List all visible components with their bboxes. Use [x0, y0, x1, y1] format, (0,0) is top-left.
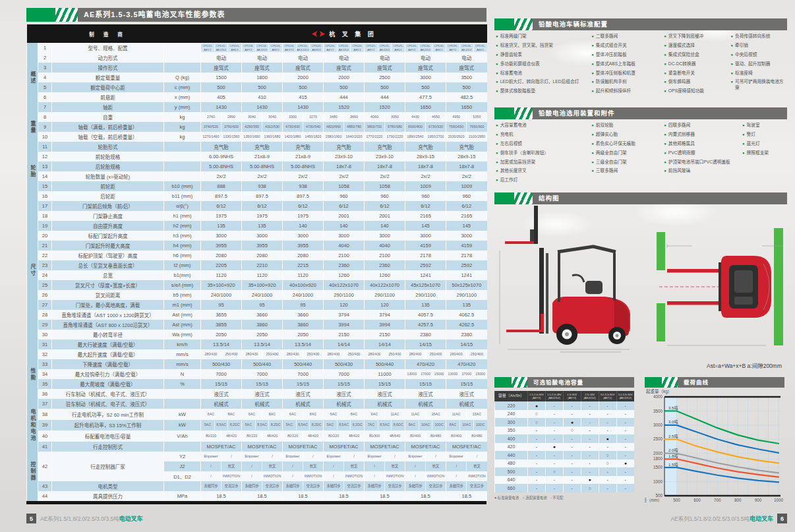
sub-value: 4430 — [405, 112, 425, 122]
sub-value: 6AC — [365, 409, 384, 419]
spec-value-cell: 80/30048/640 — [365, 430, 405, 442]
split-values: /INMOTION — [365, 471, 405, 481]
battery-capacity-value: 640 — [495, 476, 528, 485]
battery-availability: - — [528, 459, 546, 468]
spec-value-cell: 1241 — [446, 270, 487, 280]
spec-value-cell: 2001 — [324, 211, 365, 221]
spec-value-cell: 2380 — [405, 330, 446, 340]
spec-value-cell: 2x/2 — [201, 171, 242, 181]
battery-row: 640---●-- — [495, 476, 635, 485]
spec-value-cell: 2592 — [446, 260, 487, 270]
sub-value: 5AC — [324, 420, 337, 430]
sub-value: 6730/920 — [425, 122, 446, 132]
sub-value: Enpower — [365, 452, 384, 461]
spec-value-cell: MOSFET/AC — [201, 442, 242, 452]
spec-value-cell: 2x/2 — [283, 171, 324, 181]
model-line2: AEJ2D2 — [378, 48, 392, 51]
row-unit: km/h — [164, 340, 201, 349]
split-values: 280/430250/430 — [324, 349, 364, 359]
spec-value-cell: 500/440 — [283, 359, 324, 369]
section-label: 概述 — [27, 71, 38, 84]
battery-availability: ○ — [599, 451, 616, 459]
spec-value-cell: 500 — [242, 82, 283, 92]
sub-value: 4820/660 — [324, 122, 343, 132]
battery-header-row: 容量（Ah/5h）1.5-2.0t 80V (AEY2)1.5-2.0t 48V… — [495, 391, 635, 401]
spec-table-title: AE系列1.5-3.5吨蓄电池叉车性能参数表 — [78, 8, 486, 22]
spec-value-cell: 960 — [324, 191, 365, 201]
model-group-cell: CPD18-AEY2CPD18-AEJ2D2CPD18-AED1 — [242, 43, 283, 53]
row-number: 38 — [38, 409, 52, 420]
spec-value-cell: 290/1100 — [324, 290, 365, 300]
sub-value: 永磁同步 — [446, 481, 466, 491]
model-name: CPD18-AEJ2D2 — [256, 44, 269, 52]
spec-value-cell: 2500 — [365, 73, 405, 82]
row-unit — [164, 389, 201, 399]
options-title-bar: 铅酸电池选用装置和附件 — [494, 107, 787, 119]
spec-value-cell: 28x9-15 — [446, 152, 487, 162]
spec-value-cell: 135 — [405, 300, 446, 310]
std-config-list: ●标准两级门架●标准货叉、货叉架、挡货架●静音齿轮泵●多功能彩屏组合仪表●标准蓄… — [496, 34, 786, 98]
sub-value: 1270/1490 — [201, 132, 221, 142]
spec-value-cell: 电动 — [283, 53, 324, 63]
feature-label: 倒车蜂鸣器 — [668, 79, 690, 84]
sub-value: INMOTION — [466, 471, 486, 481]
row-number: 23 — [38, 260, 52, 270]
split-values: 5AC8,5AC8,2DC — [242, 420, 282, 431]
feature-label: 驱动、起升控制器 — [735, 61, 771, 67]
spec-value-cell: 897.5 — [242, 191, 283, 201]
bullet-icon: ● — [664, 160, 666, 165]
row-number: 37 — [38, 399, 52, 409]
spec-row: 20标配门架起升高度h3 (mm)30003000300030003000300… — [27, 231, 487, 241]
battery-title: 可选铅酸电池容量 — [527, 377, 634, 388]
sub-value: 11AC — [446, 409, 466, 419]
spec-value-cell: 6/12 — [242, 201, 283, 211]
battery-availability: ● — [616, 459, 634, 468]
page-number: 6 — [777, 514, 787, 523]
split-values: /杭叉 — [201, 461, 241, 471]
bullet-icon: ● — [730, 79, 733, 84]
sub-value: 3740/520 — [201, 122, 221, 132]
row-unit: J2 — [164, 461, 201, 471]
spec-row: 21门架起升时最大高度h4 (mm)3955395539554040404041… — [27, 241, 487, 251]
spec-value-cell: 6AC8AC — [324, 409, 365, 420]
feature-item: ●集成式保险丝盒 — [664, 52, 730, 57]
sub-value: 杭叉 — [384, 461, 405, 471]
row-unit: Ast (mm) — [164, 310, 201, 320]
split-values: 80/22048/420 — [201, 430, 241, 442]
spec-value-cell: 500/430 — [201, 359, 242, 369]
spec-value-cell: 410 — [242, 92, 283, 102]
sub-value: 1640/2020 — [343, 132, 364, 142]
split-values: 永磁同步交流异步 — [365, 481, 405, 491]
spec-value-cell: 2165 — [405, 211, 446, 221]
spec-value-cell: Enpower/ — [283, 452, 324, 461]
feature-label: 整体冲压前踏板 — [596, 52, 627, 57]
bullet-icon: ● — [591, 79, 594, 84]
spec-value-cell: MOSFET/AC — [405, 442, 446, 452]
spec-value-cell: 18x7-8 — [405, 162, 446, 171]
sub-value: 交流异步 — [425, 481, 446, 491]
model-line2: AED1 — [392, 48, 405, 51]
spec-row: 概述1型号、规格、配置CPD15-AEY2CPD15-AEJ2D2CPD15-A… — [27, 43, 487, 53]
spec-value-cell: MOSFET/AC — [242, 442, 283, 452]
spec-row: 40标配蓄电池电压/容量V/Ah80/22048/42080/22048/420… — [27, 430, 487, 442]
bullet-icon: ● — [496, 52, 498, 57]
sub-value: 8,2DC — [350, 420, 364, 430]
feature-item: ●倒车扶手（含喇叭按钮） — [496, 150, 591, 156]
spec-row: 3操作形式座驾式座驾式座驾式座驾式座驾式座驾式座驾式 — [27, 63, 487, 73]
sub-value: 15AC — [466, 409, 486, 419]
bullet-icon: ● — [496, 61, 498, 67]
row-label: 前轮距 — [52, 181, 164, 191]
row-number: 30 — [38, 330, 52, 340]
sub-value: 1580/1900 — [324, 132, 343, 142]
row-unit: m1 (mm) — [164, 300, 201, 310]
split-values: 3740/5203790/600 — [201, 122, 241, 132]
feature-item: ●四联多路阀 — [664, 123, 742, 128]
feature-item: ●大容量蓄电池 — [496, 123, 591, 128]
split-values: 4820/6604880/780 — [324, 122, 364, 132]
spec-value-cell: 15/15 — [446, 379, 487, 389]
bullet-icon: ● — [664, 79, 666, 84]
row-label: 最大行驶速度（满载/空载） — [52, 340, 164, 349]
model-line2: AEY2 — [324, 48, 337, 51]
bullet-column: ●四联多路阀●内置式侧移器●其他规格属具●PVC透明雨棚●护顶架电池吊装口PVC… — [664, 123, 742, 187]
spec-value-cell: 290/1100 — [405, 290, 446, 300]
